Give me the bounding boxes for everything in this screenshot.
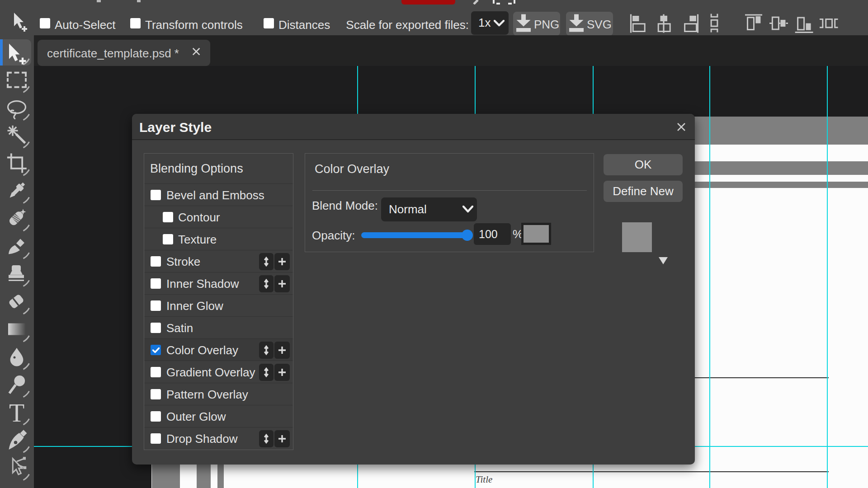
svg-text:T: T (9, 399, 24, 427)
